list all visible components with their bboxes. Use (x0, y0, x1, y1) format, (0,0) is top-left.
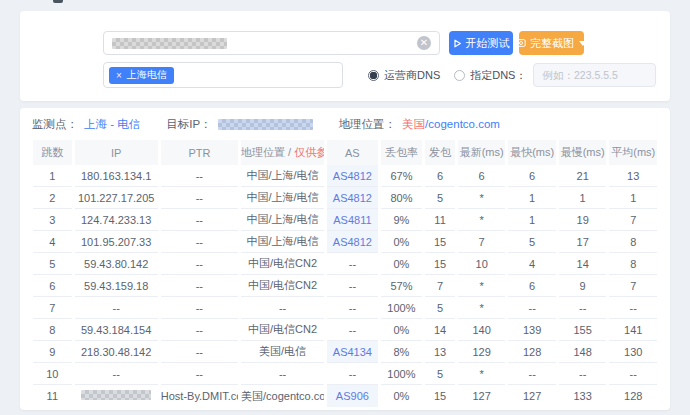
table-row: 11Host-By.DMIT.com美国/cogentco.comAS9060%… (33, 385, 657, 407)
full-screenshot-label: 完整截图 (530, 36, 574, 51)
cell-location: 中国/上海/电信 (241, 209, 324, 231)
cell-ip: 124.74.233.13 (75, 209, 158, 231)
host-input[interactable]: ✕ (103, 31, 440, 55)
cell-avg: 8 (609, 231, 657, 253)
clear-input-icon[interactable]: ✕ (417, 36, 431, 50)
node-tag-label: 上海电信 (127, 68, 167, 82)
custom-dns-radio[interactable] (454, 70, 465, 81)
probe-label: 监测点： (32, 117, 78, 132)
table-row: 659.43.159.18--中国/电信CN2--57%7*697 (33, 275, 657, 297)
column-header-hop: 跳数 (33, 140, 72, 165)
cell-hop: 2 (33, 187, 72, 209)
cell-fastest: -- (508, 297, 556, 319)
cell-as: AS4812 (327, 187, 377, 209)
test-form-card: ✕ 开始测试 完整截图 × 上海电信 运营商DNS 指定DNS： (20, 11, 670, 101)
node-tag-shanghai-telecom[interactable]: × 上海电信 (109, 67, 174, 84)
cell-ip: 101.95.207.33 (75, 231, 158, 253)
redacted-ip (81, 390, 151, 400)
as-number-link[interactable]: AS906 (336, 390, 369, 402)
cell-slowest: 1 (559, 187, 607, 209)
cell-as: AS906 (327, 385, 377, 407)
cell-as: -- (327, 363, 377, 385)
reference-only-note: 仅供参考 (294, 146, 324, 158)
start-test-label: 开始测试 (466, 36, 510, 51)
screenshot-icon (516, 38, 526, 48)
table-row: 10--------100%5*------ (33, 363, 657, 385)
cell-loss: 100% (381, 297, 423, 319)
cell-avg: 141 (609, 319, 657, 341)
table-row: 9218.30.48.142--美国/电信AS41348%13129128148… (33, 341, 657, 363)
cell-latest: 140 (458, 319, 506, 341)
cell-ptr: -- (161, 187, 238, 209)
dns-option-group: 运营商DNS 指定DNS： (368, 62, 656, 88)
cell-sent: 7 (425, 275, 455, 297)
redacted-host-value (112, 38, 227, 49)
cell-ptr: -- (161, 253, 238, 275)
cell-latest: * (458, 187, 506, 209)
cell-latest: * (458, 363, 506, 385)
geo-label: 地理位置： (339, 117, 397, 132)
cell-avg: 128 (609, 385, 657, 407)
column-header-as: AS (327, 140, 377, 165)
cell-fastest: 6 (508, 275, 556, 297)
carrier-dns-label[interactable]: 运营商DNS (384, 68, 440, 83)
cell-avg: 130 (609, 341, 657, 363)
as-number-link[interactable]: AS4812 (333, 192, 372, 204)
cell-hop: 7 (33, 297, 72, 319)
as-number-link[interactable]: AS4134 (333, 346, 372, 358)
cell-ptr: -- (161, 231, 238, 253)
cell-sent: 15 (425, 253, 455, 275)
cell-ptr: Host-By.DMIT.com (161, 385, 238, 407)
cell-fastest: 5 (508, 231, 556, 253)
carrier-dns-radio[interactable] (368, 70, 379, 81)
cell-sent: 14 (425, 319, 455, 341)
table-row: 1180.163.134.1--中国/上海/电信AS481267%6662113 (33, 165, 657, 187)
cell-slowest: 155 (559, 319, 607, 341)
table-row: 3124.74.233.13--中国/上海/电信AS48119%11*1197 (33, 209, 657, 231)
start-test-button[interactable]: 开始测试 (449, 31, 513, 55)
cell-loss: 0% (381, 319, 423, 341)
as-number-link[interactable]: AS4811 (333, 214, 371, 226)
cell-sent: 5 (425, 187, 455, 209)
as-number-link[interactable]: AS4812 (333, 170, 372, 182)
redacted-target-ip (218, 119, 313, 130)
cell-hop: 3 (33, 209, 72, 231)
cell-latest: 10 (458, 253, 506, 275)
cell-avg: 8 (609, 253, 657, 275)
cell-as: -- (327, 275, 377, 297)
result-summary-bar: 监测点： 上海 - 电信 目标IP： 地理位置： 美国/cogentco.com (20, 108, 670, 138)
cell-ip: -- (75, 297, 158, 319)
cell-slowest: 14 (559, 253, 607, 275)
hops-table: 跳数IPPTR地理位置 / 仅供参考AS丢包率发包最新(ms)最快(ms)最慢(… (30, 140, 660, 407)
chevron-down-icon (579, 41, 587, 46)
cell-hop: 5 (33, 253, 72, 275)
cell-ip: 59.43.159.18 (75, 275, 158, 297)
cell-sent: 15 (425, 385, 455, 407)
cell-avg: 7 (609, 209, 657, 231)
custom-dns-input[interactable] (533, 63, 656, 87)
as-number-link[interactable]: AS4812 (333, 236, 372, 248)
cell-loss: 100% (381, 363, 423, 385)
cell-sent: 11 (425, 209, 455, 231)
cropped-page-text-fragment (53, 0, 63, 3)
cell-ptr: -- (161, 275, 238, 297)
full-screenshot-button[interactable]: 完整截图 (519, 31, 584, 55)
cell-loss: 0% (381, 231, 423, 253)
probe-node-input[interactable]: × 上海电信 (103, 62, 343, 88)
remove-tag-icon[interactable]: × (116, 70, 122, 81)
custom-dns-label[interactable]: 指定DNS： (470, 68, 526, 83)
cell-ip: -- (75, 363, 158, 385)
cell-latest: 127 (458, 385, 506, 407)
cell-ptr: -- (161, 209, 238, 231)
cell-latest: 7 (458, 231, 506, 253)
cell-as: AS4812 (327, 165, 377, 187)
cell-ip: 59.43.80.142 (75, 253, 158, 275)
cell-loss: 67% (381, 165, 423, 187)
cell-latest: 6 (458, 165, 506, 187)
cell-fastest: 1 (508, 187, 556, 209)
cell-hop: 11 (33, 385, 72, 407)
cell-slowest: 21 (559, 165, 607, 187)
cell-slowest: -- (559, 297, 607, 319)
cell-hop: 10 (33, 363, 72, 385)
cell-avg: 13 (609, 165, 657, 187)
